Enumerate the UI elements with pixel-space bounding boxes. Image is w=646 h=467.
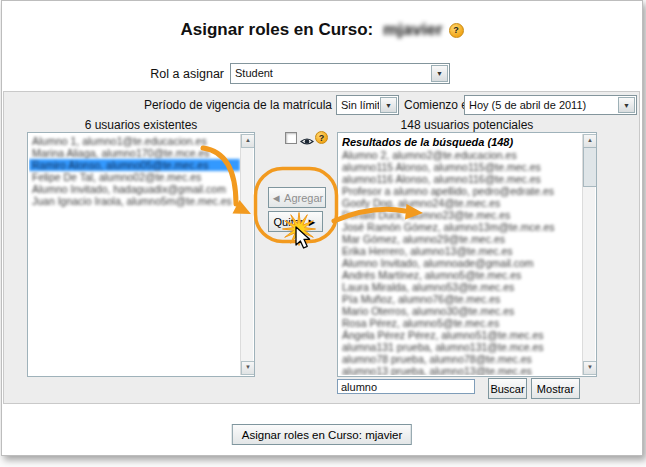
chevron-down-icon: ▼ (431, 65, 448, 82)
list-item[interactable]: Andrés Martínez, alumno5@te.mec.es (339, 269, 582, 281)
list-item[interactable]: Ángela Pérez Pérez, alumno51@te.mec.es (339, 329, 582, 341)
potential-list-rows: Resultados de la búsqueda (148) Alumno 2… (339, 135, 582, 375)
course-name: mjavier (383, 20, 443, 39)
assign-roles-submit-button[interactable]: Asignar roles en Curso: mjavier (232, 424, 412, 445)
page: Asignar roles en Curso: mjavier? Rol a a… (1, 0, 643, 456)
search-input[interactable] (337, 379, 475, 394)
list-item[interactable]: José Ramón Gómez, alumno13m@te.mce.es (339, 221, 582, 233)
list-item[interactable]: Alumno Invitado, alumnoade@gmail.com (339, 257, 582, 269)
list-item[interactable]: Alumno 1, alumno1@te.educacion.es (29, 135, 240, 147)
list-item[interactable]: Alumno 2, alumno2@te.educacion.es (339, 149, 582, 161)
enrol-duration-select[interactable]: Sin límite ▼ (336, 95, 399, 115)
list-item[interactable]: Mar Gómez, alumno29@te.mec.es (339, 233, 582, 245)
list-item[interactable]: Alumno Invitado, hadaguadix@gmail.com (29, 183, 240, 195)
list-item[interactable]: Laura Miralda, alumno53@te.mec.es (339, 281, 582, 293)
search-button[interactable]: Buscar (488, 378, 527, 399)
potential-users-header: 148 usuarios potenciales (337, 118, 597, 132)
list-item[interactable]: Juan Ignacio Iraola, alumno5m@te.mec.es (29, 195, 240, 207)
list-item[interactable]: Mario Oterros, alumno30@te.mec.es (339, 305, 582, 317)
enrol-start-value: Hoy (5 de abril de 2011) (465, 96, 617, 114)
existing-users-header: 6 usuarios existentes (27, 118, 255, 132)
list-item[interactable]: Pía Muñoz, alumno76@te.mec.es (339, 293, 582, 305)
role-select[interactable]: Student ▼ (230, 63, 450, 84)
list-item[interactable]: Donald Duck, alumno23@te.mec.es (339, 209, 582, 221)
scroll-up-icon[interactable]: ▲ (583, 134, 597, 148)
enrol-duration-label: Período de vigencia de la matrícula (42, 98, 332, 112)
enrol-start-select[interactable]: Hoy (5 de abril de 2011) ▼ (464, 95, 637, 115)
scroll-down-icon[interactable]: ▼ (241, 361, 255, 375)
page-title: Asignar roles en Curso: mjavier? (2, 20, 642, 40)
add-button[interactable]: ◄ Agregar (268, 187, 326, 208)
help-icon-middle[interactable]: ? (315, 131, 328, 144)
scroll-down-icon[interactable]: ▼ (583, 361, 597, 375)
existing-list-scrollbar[interactable]: ▲ ▼ (240, 134, 253, 375)
list-item[interactable]: Marina Aliaga, alumno170@te.mce.es (29, 147, 240, 159)
list-item[interactable]: alumno78 prueba, alumno78@te.mec.es (339, 353, 582, 365)
list-item[interactable]: Profesor a alumno apellido, pedro@edrate… (339, 185, 582, 197)
potential-users-list[interactable]: Resultados de la búsqueda (148) Alumno 2… (337, 132, 597, 377)
list-item[interactable]: alumna131 prueba, alumno131@te.mce.es (339, 341, 582, 353)
list-item[interactable]: alumno115 Alonso, alumno115@te.mec.es (339, 161, 582, 173)
list-item[interactable]: Ramiro Alonso, alumno05@te.mec.es (29, 159, 240, 171)
show-button[interactable]: Mostrar (531, 378, 580, 399)
remove-button[interactable]: Quitar ► (268, 211, 323, 232)
role-label: Rol a asignar (22, 67, 224, 81)
list-item[interactable]: Felipe De Tal, alumno02@te.mec.es (29, 171, 240, 183)
role-select-value: Student (231, 64, 430, 83)
list-item[interactable]: alumno13 prueba, alumno13@te.mec.es (339, 365, 582, 375)
scroll-up-icon[interactable]: ▲ (241, 134, 255, 148)
list-item[interactable]: Erika Herrero, alumno13@te.mec.es (339, 245, 582, 257)
enrol-duration-value: Sin límite (337, 96, 379, 114)
page-title-text: Asignar roles en Curso: (181, 20, 374, 39)
existing-list-rows: Alumno 1, alumno1@te.educacion.esMarina … (29, 135, 240, 375)
show-hidden-checkbox[interactable] (285, 132, 297, 144)
list-item[interactable]: Goofy Dog, alumno24@te.mec.es (339, 197, 582, 209)
existing-users-list[interactable]: Alumno 1, alumno1@te.educacion.esMarina … (27, 132, 255, 377)
potential-list-scrollbar[interactable]: ▲ ▼ (582, 134, 595, 375)
chevron-down-icon: ▼ (618, 97, 635, 113)
list-item[interactable]: alumno116 Alonso, alumno116@te.mec.es (339, 173, 582, 185)
search-results-label: Resultados de la búsqueda (148) (339, 135, 582, 149)
eye-icon[interactable] (300, 133, 314, 151)
help-icon-title[interactable]: ? (449, 23, 464, 38)
scrollbar-thumb[interactable] (583, 147, 597, 187)
list-item[interactable]: Rosa Pérez, alumno5@te.mec.es (339, 317, 582, 329)
chevron-down-icon: ▼ (380, 97, 397, 113)
